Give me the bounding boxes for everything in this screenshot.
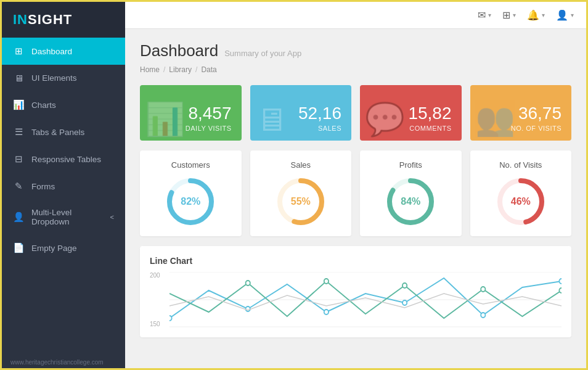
chevron-left-icon: < [110,213,114,221]
sidebar-item-dashboard[interactable]: ⊞ Dashboard [2,38,125,65]
form-icon: ✎ [13,181,24,192]
sales-donut-title: Sales [290,160,311,170]
user-caret: ▾ [571,12,574,18]
chart-icon: 📊 [13,99,24,110]
sidebar-item-empty-page[interactable]: 📄 Empty Page [2,234,125,261]
monitor-bg-icon: 🖥 [255,101,287,138]
chart-svg-container [169,272,561,327]
comments-label: Comments [409,125,451,132]
tabs-icon: ☰ [13,126,24,138]
donut-panel-profits: Profits 84% [360,150,462,236]
comments-value: 15,82 [408,105,451,122]
people-bg-icon: 👥 [475,101,515,138]
sidebar-item-forms[interactable]: ✎ Forms [2,173,125,200]
user-group-icon: 👤 [13,212,24,223]
grid-button[interactable]: ⊞ ▾ [502,9,516,21]
breadcrumb-sep-1: / [163,65,165,74]
stat-card-comments: 💬 15,82 Comments [360,85,462,141]
no-of-visits-percent: 46% [511,196,531,207]
sales-donut: 55% [275,176,327,228]
page-subtitle: Summary of your App [224,49,301,58]
svg-point-16 [559,279,561,284]
sidebar: INSIGHT ⊞ Dashboard 🖥 UI Elements 📊 Char… [2,2,125,370]
sidebar-item-label: Tabs & Panels [31,128,84,137]
svg-point-14 [402,300,407,305]
mail-caret: ▾ [488,12,491,18]
grid-icon: ⊞ [502,9,510,21]
sidebar-item-tabs-panels[interactable]: ☰ Tabs & Panels [2,118,125,146]
line-chart-title: Line Chart [150,256,561,266]
y-label-200: 200 [150,272,168,279]
comments-bg-icon: 💬 [365,101,405,138]
sidebar-item-multi-level-dropdown[interactable]: 👤 Multi-Level Dropdown < [2,200,125,234]
grid-caret: ▾ [513,12,516,18]
breadcrumb-sep-2: / [195,65,197,74]
sidebar-item-label: Dashboard [31,47,72,56]
no-of-visits-donut-title: No. of Visits [499,160,542,170]
sidebar-item-label: Charts [31,101,56,110]
topbar: ✉ ▾ ⊞ ▾ 🔔 ▾ 👤 ▾ [125,2,586,29]
svg-point-19 [402,283,407,288]
user-button[interactable]: 👤 ▾ [556,9,574,21]
dashboard-icon: ⊞ [13,46,24,57]
customers-percent: 82% [181,196,200,207]
donut-panels: Customers 82% Sales 55% [140,150,571,236]
logo-in: IN [13,12,28,27]
sidebar-footer: www.heritagechristiancollege.com [2,353,125,370]
bell-caret: ▾ [542,12,545,18]
sidebar-item-label: UI Elements [31,73,77,83]
donut-panel-no-of-visits: No. of Visits 46% [470,150,572,236]
no-of-visits-donut: 46% [495,176,547,228]
sidebar-item-responsive-tables[interactable]: ⊟ Responsive Tables [2,146,125,173]
logo: INSIGHT [2,2,125,38]
profits-percent: 84% [401,196,420,207]
page-header: Dashboard Summary of your App [140,41,571,60]
svg-point-15 [481,313,485,318]
customers-donut: 82% [165,176,216,228]
chart-y-labels: 200 150 [150,272,168,327]
sidebar-item-label: Multi-Level Dropdown [31,208,103,226]
sidebar-item-ui-elements[interactable]: 🖥 UI Elements [2,65,125,91]
profits-donut: 84% [385,176,436,228]
user-icon: 👤 [556,9,568,21]
stat-card-sales: 🖥 52,16 Sales [250,85,352,141]
content-area: Dashboard Summary of your App Home / Lib… [125,29,586,368]
stat-card-daily-visits: 📊 8,457 Daily Visits [140,85,242,141]
y-label-150: 150 [150,321,168,327]
no-of-visits-label: No. of Visits [511,125,561,132]
line-chart-section: Line Chart 200 150 [140,246,571,337]
profits-title: Profits [399,160,422,170]
page-title: Dashboard [140,41,218,60]
bar-chart-bg-icon: 📊 [145,101,185,138]
table-icon: ⊟ [13,154,24,165]
no-of-visits-value: 36,75 [518,105,561,122]
customers-title: Customers [171,160,210,170]
stat-card-no-of-visits: 👥 36,75 No. of Visits [470,85,572,141]
breadcrumb-home[interactable]: Home [140,65,160,74]
svg-point-21 [559,288,561,293]
bell-button[interactable]: 🔔 ▾ [527,9,545,21]
sidebar-item-label: Empty Page [31,244,77,253]
breadcrumb: Home / Library / Data [140,65,571,74]
sales-value: 52,16 [298,105,341,122]
bell-icon: 🔔 [527,9,539,21]
daily-visits-label: Daily Visits [186,125,232,132]
svg-point-17 [246,281,250,286]
page-icon: 📄 [13,242,24,253]
breadcrumb-library[interactable]: Library [169,65,192,74]
svg-point-18 [324,279,329,284]
sidebar-item-label: Forms [31,182,55,191]
mail-icon: ✉ [478,9,486,21]
sidebar-item-charts[interactable]: 📊 Charts [2,91,125,118]
donut-panel-customers: Customers 82% [140,150,242,236]
svg-point-11 [169,316,172,321]
sidebar-item-label: Responsive Tables [31,155,101,164]
sales-percent: 55% [291,196,311,207]
mail-button[interactable]: ✉ ▾ [478,9,491,21]
sidebar-nav: ⊞ Dashboard 🖥 UI Elements 📊 Charts ☰ Tab… [2,38,125,261]
donut-panel-sales: Sales 55% [250,150,352,236]
breadcrumb-data: Data [201,65,216,74]
logo-sight: SIGHT [28,12,72,27]
main-content: ✉ ▾ ⊞ ▾ 🔔 ▾ 👤 ▾ Dashboard Summary of you… [125,2,586,368]
svg-point-13 [324,310,329,314]
